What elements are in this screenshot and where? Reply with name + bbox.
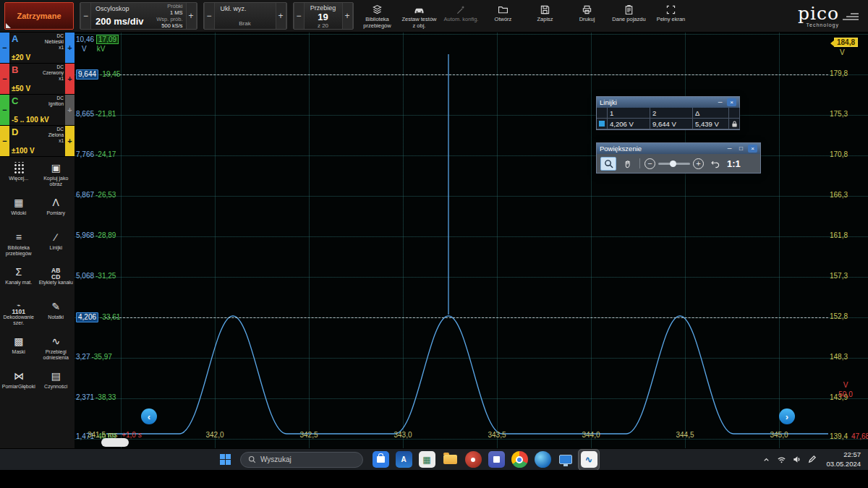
trigger-decrease-button[interactable]: − [204, 3, 215, 29]
tool-masks[interactable]: ▩Maski [0, 332, 38, 367]
zoom-select-tool-button[interactable] [600, 157, 616, 171]
scroll-left-button[interactable]: ‹ [141, 408, 157, 424]
zoom-in-button[interactable]: + [693, 158, 704, 169]
blue-ruler-handle-upper[interactable]: 9,644 [76, 69, 98, 80]
save-button[interactable]: Zapisz [527, 2, 563, 30]
trigger-increase-button[interactable]: + [276, 3, 286, 29]
waveform-library-button[interactable]: Biblioteka przebiegów [359, 2, 396, 30]
tool-reference-waveforms[interactable]: ∿Przebiegi odniesienia [38, 332, 75, 367]
tool-notes[interactable]: ✎Notatki [38, 297, 75, 332]
print-icon [581, 4, 593, 16]
vehicle-data-button[interactable]: Dane pojazdu [611, 2, 647, 30]
green-ruler-handle[interactable]: 17,09 [96, 35, 119, 44]
waveform-next-button[interactable]: + [342, 3, 353, 29]
blue-ruler-handle-lower[interactable]: 4,206 [76, 312, 98, 322]
waveform-trace [75, 33, 868, 448]
channel-a-decrease-button[interactable]: − [0, 33, 9, 63]
channel-a-panel[interactable]: − A DCNiebieskix1 ±20 V + [0, 33, 75, 64]
tool-views[interactable]: ▦Widoki [0, 193, 38, 228]
time-scrollbar-thumb[interactable] [101, 438, 129, 447]
channel-b-decrease-button[interactable]: − [0, 64, 9, 94]
trigger-mode-value[interactable]: Brak [221, 20, 270, 27]
channel-c-panel[interactable]: − C DCIgnition -5 .. 100 kV + [0, 95, 75, 126]
zoom-slider-handle[interactable] [670, 160, 676, 167]
tool-actions[interactable]: ▤Czynności [38, 367, 75, 401]
ruler-line-upper[interactable] [105, 74, 828, 75]
start-button[interactable] [216, 450, 234, 469]
yellow-ruler-handle[interactable]: 184,8 [834, 38, 858, 47]
tool-measurements[interactable]: ΛPomiary [38, 193, 75, 228]
taskbar-app-chrome[interactable] [509, 450, 529, 470]
channel-b-increase-button[interactable]: + [65, 64, 75, 94]
tray-expand-button[interactable] [761, 455, 771, 465]
ruler-lock-button[interactable] [729, 119, 740, 129]
tray-volume[interactable] [791, 455, 801, 465]
taskbar-app-display[interactable] [556, 450, 576, 470]
stop-button[interactable]: Zatrzymane [4, 2, 74, 30]
taskbar-app-photos[interactable] [486, 450, 506, 470]
tray-wifi[interactable] [776, 455, 786, 465]
scope-view[interactable]: 10,4617,09 VkV 9,644-19,45 8,665-21,81 7… [75, 33, 868, 448]
tool-more[interactable]: Więcej... [0, 158, 38, 193]
zoom-panel-titlebar[interactable]: Powiększenie ─ □ × [597, 143, 760, 154]
channel-c-body[interactable]: C DCIgnition -5 .. 100 kV [9, 95, 65, 125]
zoom-reset-button[interactable] [707, 157, 723, 171]
zoom-close-button[interactable]: × [748, 145, 757, 153]
taskbar-app-spreadsheet[interactable]: ▦ [417, 450, 437, 470]
timebase-increase-button[interactable]: + [186, 3, 197, 29]
tool-copy-as-image[interactable]: ▣Kopiuj jako obraz [38, 158, 75, 193]
tool-deepmeasure[interactable]: ⋈PomiarGłęboki [0, 367, 38, 401]
taskbar-app-gimp[interactable] [463, 450, 483, 470]
channel-a-body[interactable]: A DCNiebieskix1 ±20 V [9, 33, 65, 63]
ruler-line-lower[interactable] [105, 317, 828, 318]
tool-waveform-library[interactable]: ≡Biblioteka przebiegów [0, 228, 38, 262]
tool-math-channels[interactable]: ΣKanały mat. [0, 262, 38, 297]
zoom-slider[interactable] [658, 163, 690, 165]
sampling-info: Próbki 1 MS Wsp. prób. 500 kS/s [148, 3, 186, 29]
taskbar-app-edge[interactable] [532, 450, 553, 470]
channel-c-increase-button[interactable]: + [65, 95, 75, 125]
fullscreen-button[interactable]: Pełny ekran [653, 2, 689, 30]
rulers-minimize-button[interactable]: ─ [715, 98, 725, 106]
guided-tests-button[interactable]: Zestaw testów z obj. [401, 2, 438, 30]
taskbar-clock[interactable]: 22:57 03.05.2024 [826, 450, 861, 468]
channel-d-panel[interactable]: − D DCZielonax1 ±100 V + [0, 126, 75, 157]
tray-pen[interactable] [807, 455, 817, 465]
zoom-maximize-button[interactable]: □ [736, 145, 746, 153]
zoom-ratio-value: 1:1 [727, 158, 741, 169]
y-axis-right-row: 170,8 [830, 150, 848, 159]
timebase-decrease-button[interactable]: − [80, 3, 91, 29]
zoom-panel: Powiększenie ─ □ × − + [596, 142, 761, 174]
tool-label: Kopiuj jako obraz [38, 176, 75, 187]
open-button[interactable]: Otwórz [485, 2, 522, 30]
tool-serial-decoding[interactable]: ⌁ 1101Dekodowanie szer. [0, 297, 38, 332]
taskbar-app-remote[interactable]: A [393, 450, 414, 470]
taskbar-app-store[interactable] [370, 450, 391, 470]
print-button[interactable]: Drukuj [569, 2, 605, 30]
samples-value[interactable]: 1 MS [151, 9, 183, 16]
x-axis-label: 342,5 [280, 431, 338, 439]
x-axis-label: 344,0 [562, 431, 620, 439]
taskbar-app-file-explorer[interactable] [440, 450, 460, 470]
auto-setup-button[interactable]: Autom. konfig. [443, 2, 480, 30]
scroll-right-button[interactable]: › [779, 408, 795, 424]
timebase-value[interactable]: 200 ms/div [95, 16, 144, 27]
tool-rulers[interactable]: ∕Linijki [38, 228, 75, 262]
channel-d-increase-button[interactable]: + [65, 126, 75, 156]
channel-d-body[interactable]: D DCZielonax1 ±100 V [9, 126, 65, 156]
rulers-panel-titlebar[interactable]: Linijki ─ × [597, 97, 739, 108]
channel-b-body[interactable]: B DCCzerwonyx1 ±50 V [9, 64, 65, 94]
taskbar-app-picoscope[interactable]: ∿ [579, 450, 599, 470]
waveform-prev-button[interactable]: − [294, 3, 305, 29]
zoom-out-button[interactable]: − [644, 158, 655, 169]
channel-a-increase-button[interactable]: + [65, 33, 75, 63]
channel-d-decrease-button[interactable]: − [0, 126, 9, 156]
rulers-close-button[interactable]: × [727, 98, 736, 106]
channel-b-panel[interactable]: − B DCCzerwonyx1 ±50 V + [0, 64, 75, 95]
taskbar-search[interactable]: Wyszukaj [240, 452, 363, 468]
pan-tool-button[interactable] [619, 157, 635, 171]
zoom-minimize-button[interactable]: ─ [725, 145, 734, 153]
tool-channel-labels[interactable]: AB CDEtykiety kanału [38, 262, 75, 297]
channel-c-decrease-button[interactable]: − [0, 95, 9, 125]
y-axis-right-row: 166,3 [830, 191, 848, 200]
